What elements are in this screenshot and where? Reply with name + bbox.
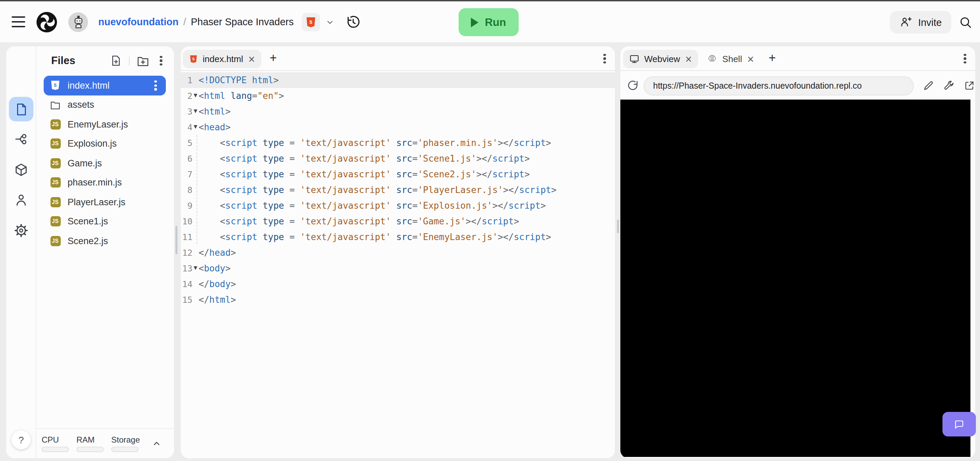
code-line-14: 14</body> [181,276,615,292]
add-folder-button[interactable] [137,54,150,67]
editor-tab-label: index.html [203,54,243,64]
webview-tab-label: Webview [644,54,680,64]
add-file-button[interactable] [110,55,122,67]
file-options-kebab[interactable] [151,79,161,92]
url-input[interactable] [644,76,914,95]
project-language-badge[interactable]: 5 [302,13,320,31]
file-row-assets[interactable]: assets [44,95,166,114]
help-button[interactable]: ? [11,430,31,449]
monitor-icon [629,54,640,64]
devtools-wrench-icon[interactable] [943,80,955,91]
code-line-2: 2▼<html lang="en"> [181,88,615,104]
files-menu-kebab[interactable] [156,54,166,68]
fold-gutter [192,292,199,307]
close-tab-icon[interactable]: × [685,54,692,63]
replit-logo-icon [36,11,57,32]
header-bar: nuevofoundation / Phaser Space Invaders … [0,2,980,42]
js-icon: JS [50,236,61,247]
play-icon [471,17,479,27]
sidebar-item-version-control[interactable] [9,127,33,151]
line-number: 1 [181,72,192,88]
file-row-PlayerLaser.js[interactable]: JSPlayerLaser.js [44,192,166,212]
code-line-7: 7 <script type = 'text/javascript' src='… [181,166,615,182]
file-name: Game.js [68,158,161,168]
sidebar-item-account[interactable] [9,187,33,212]
help-button-label: ? [18,434,24,445]
js-icon: JS [50,216,61,227]
file-row-phaser.min.js[interactable]: JSphaser.min.js [44,173,166,192]
new-tab-button[interactable]: + [270,51,277,65]
code-text: <head> [199,119,231,135]
files-scrollbar-thumb[interactable] [175,226,177,254]
fold-arrow-icon[interactable]: ▼ [192,104,199,119]
chat-button[interactable] [942,412,976,436]
edit-url-pencil-icon[interactable] [923,80,934,91]
file-row-EnemyLaser.js[interactable]: JSEnemyLaser.js [44,114,166,134]
file-row-Game.js[interactable]: JSGame.js [44,154,166,173]
run-button[interactable]: Run [458,8,519,36]
tab-webview[interactable]: Webview × [623,49,698,68]
line-number: 14 [181,276,192,292]
fold-arrow-icon[interactable]: ▼ [192,260,199,276]
line-number: 9 [181,198,192,214]
file-name: Scene1.js [68,217,161,227]
code-line-8: 8 <script type = 'text/javascript' src='… [181,182,615,198]
code-text: <script type = 'text/javascript' src='Ex… [199,198,546,214]
code-line-13: 13▼<body> [181,260,615,276]
svg-text:5: 5 [310,19,313,25]
close-tab-icon[interactable]: × [248,54,256,63]
replit-logo[interactable] [36,11,57,32]
editor-menu-kebab[interactable] [600,52,609,65]
search-icon[interactable] [959,16,972,29]
sidebar-rail: ? [6,46,36,458]
code-line-10: 10 <script type = 'text/javascript' src=… [181,214,615,229]
sidebar-item-packages[interactable] [9,158,33,182]
sidebar-item-files[interactable] [9,97,33,121]
sidebar-item-settings[interactable] [9,218,33,243]
open-in-new-tab-icon[interactable] [964,80,975,91]
code-editor[interactable]: 1<!DOCTYPE html>2▼<html lang="en">3▼<htm… [181,72,615,307]
shell-tab-label: Shell [722,54,742,64]
run-button-label: Run [485,16,506,28]
line-number: 8 [181,182,192,198]
file-row-Scene1.js[interactable]: JSScene1.js [44,212,166,231]
history-icon[interactable] [346,14,361,30]
avatar[interactable] [68,12,88,32]
file-name: assets [68,100,161,110]
fold-gutter [192,166,199,182]
editor-tab-bar: 5 index.html × + [181,46,615,71]
invite-button[interactable]: Invite [890,11,951,33]
code-line-6: 6 <script type = 'text/javascript' src='… [181,151,615,166]
tab-shell[interactable]: Shell × [701,49,760,68]
breadcrumb-owner-link[interactable]: nuevofoundation [98,16,178,27]
webview-url-bar [620,71,975,100]
js-icon: JS [50,197,61,208]
fold-arrow-icon[interactable]: ▼ [192,88,199,104]
tab-index-html[interactable]: 5 index.html × [183,49,261,68]
refresh-icon[interactable] [627,79,640,92]
fold-gutter [192,214,199,229]
webview-menu-kebab[interactable] [960,52,970,65]
editor-scrollbar-thumb[interactable] [617,220,619,233]
fold-arrow-icon[interactable]: ▼ [192,119,199,135]
code-line-12: 12</head> [181,245,615,260]
resource-progress-bar [76,447,104,452]
gear-icon [14,223,29,238]
hamburger-menu-button[interactable] [11,14,26,29]
file-row-Explosion.js[interactable]: JSExplosion.js [44,134,166,154]
chevron-down-icon[interactable] [326,17,335,26]
resource-progress-bar [41,447,69,452]
chevron-up-icon[interactable] [151,439,162,449]
webview-content[interactable] [620,99,970,457]
new-tab-button[interactable]: + [769,51,776,65]
file-name: index.html [68,81,144,91]
file-row-Scene2.js[interactable]: JSScene2.js [44,231,166,250]
code-text: <body> [199,260,231,276]
file-list: 5index.htmlassetsJSEnemyLaser.jsJSExplos… [44,76,166,250]
files-panel: ? Files 5index.htmlassetsJSEne [6,46,174,458]
breadcrumb: nuevofoundation / Phaser Space Invaders [98,16,294,27]
resource-meter-cpu: CPU [41,435,69,452]
close-tab-icon[interactable]: × [747,54,754,63]
file-row-index.html[interactable]: 5index.html [44,76,166,95]
line-number: 12 [181,245,192,260]
